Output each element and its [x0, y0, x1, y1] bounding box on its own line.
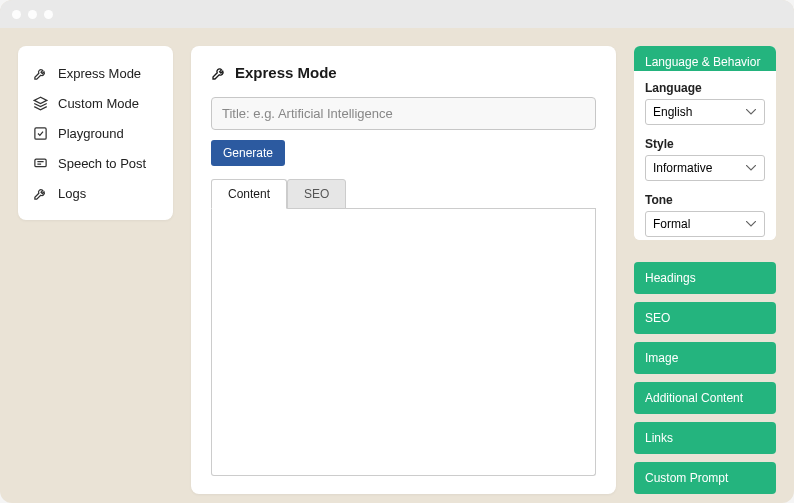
- panel-header-custom-prompt[interactable]: Custom Prompt: [634, 462, 776, 494]
- panel-title: Custom Prompt: [645, 471, 728, 485]
- svg-marker-0: [34, 97, 47, 103]
- field-label: Style: [645, 137, 765, 151]
- window-titlebar: [0, 0, 794, 28]
- field-style: Style Informative: [645, 137, 765, 191]
- content-editor[interactable]: [211, 209, 596, 476]
- panel-title: SEO: [645, 311, 670, 325]
- window-control-minimize[interactable]: [28, 10, 37, 19]
- sidebar-item-logs[interactable]: Logs: [18, 178, 173, 208]
- tab-seo[interactable]: SEO: [287, 179, 346, 209]
- wrench-icon: [32, 65, 48, 81]
- tone-select[interactable]: Formal: [645, 211, 765, 237]
- window-control-zoom[interactable]: [44, 10, 53, 19]
- check-square-icon: [32, 125, 48, 141]
- tab-label: SEO: [304, 187, 329, 201]
- sidebar-item-label: Custom Mode: [58, 96, 139, 111]
- field-label: Language: [645, 81, 765, 95]
- sidebar-item-express-mode[interactable]: Express Mode: [18, 58, 173, 88]
- panel-title: Links: [645, 431, 673, 445]
- panel-header-seo[interactable]: SEO: [634, 302, 776, 334]
- field-language: Language English: [645, 81, 765, 135]
- generate-button[interactable]: Generate: [211, 140, 285, 166]
- panel-title: Additional Content: [645, 391, 743, 405]
- sidebar-item-label: Logs: [58, 186, 86, 201]
- wrench-icon: [32, 185, 48, 201]
- panel-header-links[interactable]: Links: [634, 422, 776, 454]
- tabs: Content SEO: [211, 178, 596, 209]
- panel-language-behavior: Language & Behavior Language English Sty…: [634, 46, 776, 240]
- spacer: [634, 248, 776, 254]
- tab-content[interactable]: Content: [211, 179, 287, 209]
- style-select[interactable]: Informative: [645, 155, 765, 181]
- main-panel: Express Mode Generate Content SEO: [191, 46, 616, 494]
- panel-title: Language & Behavior: [645, 55, 760, 69]
- svg-rect-2: [34, 159, 45, 167]
- page-title: Express Mode: [211, 64, 596, 81]
- sidebar-item-custom-mode[interactable]: Custom Mode: [18, 88, 173, 118]
- wrench-icon: [211, 65, 227, 81]
- sidebar-item-label: Express Mode: [58, 66, 141, 81]
- speech-icon: [32, 155, 48, 171]
- sidebar: Express Mode Custom Mode Playground Spee…: [18, 46, 173, 220]
- rightbar: Language & Behavior Language English Sty…: [634, 46, 776, 494]
- layers-icon: [32, 95, 48, 111]
- panel-body-language-behavior: Language English Style Informative Tone: [634, 71, 776, 240]
- app-window: Express Mode Custom Mode Playground Spee…: [0, 0, 794, 503]
- language-select[interactable]: English: [645, 99, 765, 125]
- panel-header-headings[interactable]: Headings: [634, 262, 776, 294]
- sidebar-item-playground[interactable]: Playground: [18, 118, 173, 148]
- panel-header-image[interactable]: Image: [634, 342, 776, 374]
- panel-header-additional-content[interactable]: Additional Content: [634, 382, 776, 414]
- sidebar-item-label: Speech to Post: [58, 156, 146, 171]
- sidebar-item-speech-to-post[interactable]: Speech to Post: [18, 148, 173, 178]
- svg-rect-1: [34, 127, 45, 138]
- panel-title: Image: [645, 351, 678, 365]
- panel-title: Headings: [645, 271, 696, 285]
- content-area: Express Mode Custom Mode Playground Spee…: [0, 28, 794, 503]
- page-title-text: Express Mode: [235, 64, 337, 81]
- field-label: Tone: [645, 193, 765, 207]
- sidebar-item-label: Playground: [58, 126, 124, 141]
- window-control-close[interactable]: [12, 10, 21, 19]
- tab-label: Content: [228, 187, 270, 201]
- field-tone: Tone Formal: [645, 193, 765, 237]
- title-input[interactable]: [211, 97, 596, 130]
